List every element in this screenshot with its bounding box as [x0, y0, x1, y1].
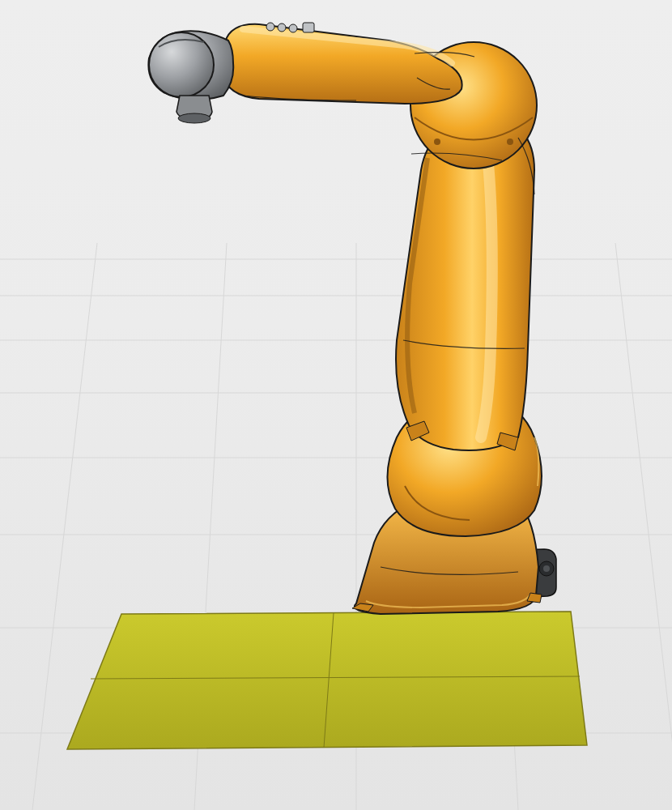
3d-viewport[interactable]: [0, 0, 672, 810]
svg-point-23: [289, 24, 297, 32]
svg-rect-24: [303, 23, 314, 32]
robot-wrist: [148, 31, 233, 100]
svg-point-20: [507, 139, 513, 145]
svg-point-22: [278, 23, 286, 32]
svg-point-21: [266, 23, 274, 31]
robot-tool-flange: [177, 96, 212, 123]
svg-line-12: [615, 243, 672, 810]
svg-point-17: [543, 565, 550, 572]
robot-upper-arm: [223, 23, 462, 104]
svg-point-19: [434, 139, 440, 145]
svg-marker-13: [67, 612, 587, 749]
work-surface[interactable]: [67, 612, 587, 749]
svg-point-26: [178, 113, 211, 123]
scene-canvas[interactable]: [0, 0, 672, 810]
